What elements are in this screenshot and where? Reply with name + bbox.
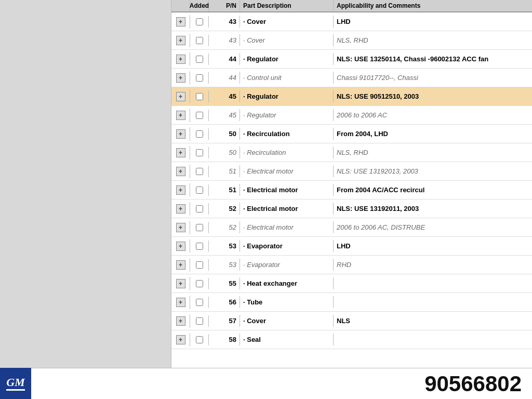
description-cell: · Tube: [240, 296, 334, 308]
row-checkbox[interactable]: [196, 261, 203, 269]
row-checkbox[interactable]: [196, 18, 203, 25]
row-checkbox[interactable]: [196, 168, 203, 175]
part-number-value: 53: [212, 261, 236, 269]
table-row: + 51 · Electrical motor From 2004 AC/ACC…: [171, 181, 532, 200]
expand-cell[interactable]: +: [171, 52, 190, 66]
check-cell[interactable]: [190, 203, 209, 215]
check-cell[interactable]: [190, 166, 209, 177]
row-checkbox[interactable]: [196, 112, 203, 119]
expand-cell[interactable]: +: [171, 90, 190, 103]
check-cell[interactable]: [190, 16, 209, 28]
check-cell[interactable]: [190, 72, 209, 84]
expand-button[interactable]: +: [176, 55, 185, 64]
expand-button[interactable]: +: [176, 298, 185, 307]
check-cell[interactable]: [190, 315, 209, 327]
expand-button[interactable]: +: [176, 185, 185, 195]
row-checkbox[interactable]: [196, 130, 203, 138]
applicability-value: NLS: USE 13192013, 2003: [337, 167, 529, 175]
expand-cell[interactable]: +: [171, 277, 190, 290]
expand-button[interactable]: +: [176, 92, 185, 101]
row-checkbox[interactable]: [196, 280, 203, 287]
part-number-cell: 53: [209, 240, 240, 252]
check-cell[interactable]: [190, 128, 209, 140]
description-value: · Regulator: [243, 92, 330, 100]
description-value: · Cover: [243, 36, 330, 44]
check-cell[interactable]: [190, 222, 209, 233]
footer-bar: GM 90566802: [0, 368, 532, 399]
expand-cell[interactable]: +: [171, 221, 190, 234]
table-row: + 43 · Cover NLS, RHD: [171, 31, 532, 50]
expand-cell[interactable]: +: [171, 165, 190, 178]
check-cell[interactable]: [190, 54, 209, 65]
expand-button[interactable]: +: [176, 242, 185, 251]
part-number-cell: 45: [209, 109, 240, 121]
expand-button[interactable]: +: [176, 73, 185, 83]
applicability-value: NLS: [337, 317, 529, 325]
expand-button[interactable]: +: [176, 260, 185, 270]
row-checkbox[interactable]: [196, 299, 203, 306]
row-checkbox[interactable]: [196, 74, 203, 82]
applicability-cell: [334, 300, 532, 304]
expand-cell[interactable]: +: [171, 127, 190, 141]
expand-button[interactable]: +: [176, 36, 185, 45]
table-area: Added P/N Part Description Applicability…: [171, 0, 532, 368]
description-value: · Heat exchanger: [243, 280, 330, 287]
check-cell[interactable]: [190, 241, 209, 252]
expand-button[interactable]: +: [176, 204, 185, 214]
description-cell: · Electrical motor: [240, 221, 334, 233]
applicability-cell: Chassi 91017720--, Chassi: [334, 72, 532, 84]
expand-cell[interactable]: +: [171, 240, 190, 253]
table-row: + 51 · Electrical motor NLS: USE 1319201…: [171, 162, 532, 181]
check-cell[interactable]: [190, 147, 209, 158]
table-row: + 57 · Cover NLS: [171, 312, 532, 330]
expand-cell[interactable]: +: [171, 34, 190, 47]
expand-cell[interactable]: +: [171, 71, 190, 85]
gm-logo: GM: [0, 368, 31, 399]
expand-button[interactable]: +: [176, 279, 185, 288]
check-cell[interactable]: [190, 35, 209, 46]
expand-cell[interactable]: +: [171, 314, 190, 328]
check-cell[interactable]: [190, 184, 209, 196]
row-checkbox[interactable]: [196, 187, 203, 194]
expand-button[interactable]: +: [176, 148, 185, 157]
expand-button[interactable]: +: [176, 17, 185, 26]
description-cell: · Evaporator: [240, 240, 334, 252]
row-checkbox[interactable]: [196, 37, 203, 44]
applicability-cell: 2006 to 2006 AC, DISTRUBE: [334, 221, 532, 233]
part-number-value: 51: [212, 186, 236, 194]
col-applic-header: Applicability and Comments: [334, 0, 532, 11]
check-cell[interactable]: [190, 334, 209, 345]
row-checkbox[interactable]: [196, 56, 203, 63]
expand-cell[interactable]: +: [171, 296, 190, 309]
expand-button[interactable]: +: [176, 111, 185, 120]
expand-button[interactable]: +: [176, 129, 185, 139]
expand-cell[interactable]: +: [171, 15, 190, 29]
expand-cell[interactable]: +: [171, 109, 190, 122]
expand-cell[interactable]: +: [171, 258, 190, 272]
row-checkbox[interactable]: [196, 149, 203, 156]
row-checkbox[interactable]: [196, 243, 203, 250]
row-checkbox[interactable]: [196, 205, 203, 212]
expand-cell[interactable]: +: [171, 183, 190, 197]
expand-button[interactable]: +: [176, 335, 185, 344]
check-cell[interactable]: [190, 297, 209, 308]
check-cell[interactable]: [190, 91, 209, 102]
applicability-cell: From 2004, LHD: [334, 128, 532, 140]
main-container: Added P/N Part Description Applicability…: [0, 0, 532, 368]
row-checkbox[interactable]: [196, 336, 203, 343]
expand-button[interactable]: +: [176, 167, 185, 176]
row-checkbox[interactable]: [196, 224, 203, 231]
row-checkbox[interactable]: [196, 317, 203, 325]
expand-cell[interactable]: +: [171, 333, 190, 347]
part-number-value: 50: [212, 130, 236, 138]
check-cell[interactable]: [190, 278, 209, 289]
expand-button[interactable]: +: [176, 223, 185, 232]
expand-cell[interactable]: +: [171, 202, 190, 216]
applicability-cell: [334, 338, 532, 342]
expand-button[interactable]: +: [176, 316, 185, 326]
expand-cell[interactable]: +: [171, 146, 190, 159]
description-value: · Electrical motor: [243, 167, 330, 175]
check-cell[interactable]: [190, 110, 209, 121]
check-cell[interactable]: [190, 259, 209, 271]
row-checkbox[interactable]: [196, 93, 203, 100]
